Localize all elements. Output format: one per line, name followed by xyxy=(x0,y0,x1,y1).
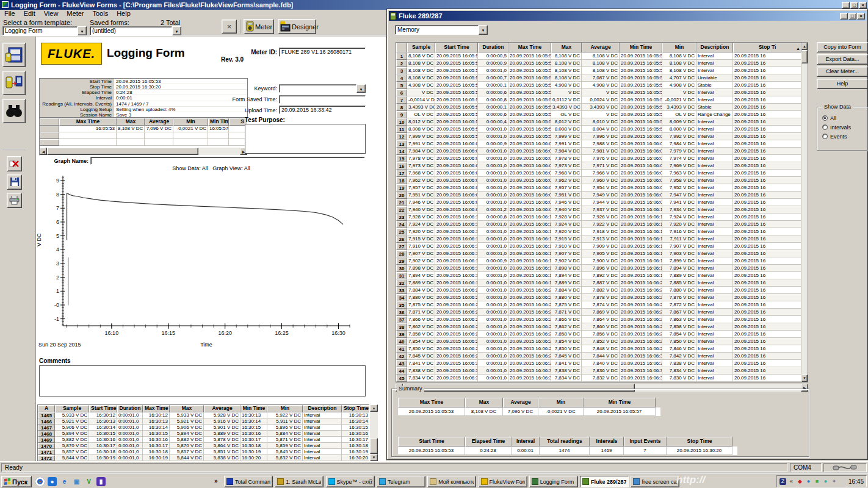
table-row[interactable]: 407,854 V DC20.09.2015 16:06:270:00:01,0… xyxy=(396,338,801,345)
chevron-down-icon[interactable] xyxy=(479,25,488,35)
scroll-track[interactable] xyxy=(801,63,808,375)
radio-all[interactable]: All xyxy=(817,113,867,123)
table-row[interactable]: 147,984 V DC20.09.2015 16:06:010:00:01,0… xyxy=(396,148,801,155)
tray-icon-3[interactable]: ● xyxy=(805,478,812,485)
table-row[interactable]: 277,910 V DC20.09.2015 16:06:140:00:01,0… xyxy=(396,243,801,250)
table-row[interactable]: 14685,894 V DC16:30:150:00:01,016:30:155… xyxy=(38,431,369,437)
overflow-chevron-icon[interactable]: » xyxy=(214,478,218,484)
restore-button[interactable]: □ xyxy=(850,2,858,9)
table-row[interactable]: 20.09.2015 16:05:538,108 V DC7,096 V DC-… xyxy=(398,407,660,416)
close-button[interactable]: × xyxy=(859,2,867,9)
keyword-select[interactable] xyxy=(279,84,366,93)
delete-form-button[interactable]: × xyxy=(222,20,237,34)
task-button[interactable]: Мой компьютер xyxy=(427,476,476,487)
table-row[interactable]: 28,108 V DC20.09.2015 16:05:530:00:00,92… xyxy=(396,60,801,67)
table-row[interactable]: 14705,870 V DC16:30:170:00:01,016:30:175… xyxy=(38,443,369,449)
scroll-track[interactable] xyxy=(370,412,378,438)
menu-file[interactable]: File xyxy=(0,10,20,18)
tray-icon-1[interactable]: Z xyxy=(779,478,786,485)
table-row[interactable]: 14665,921 V DC16:30:130:00:01,016:30:135… xyxy=(38,418,369,425)
column-header[interactable]: Start Time xyxy=(398,437,465,447)
column-header[interactable]: Max xyxy=(170,405,204,412)
vertical-scrollbar[interactable]: ▲▼ xyxy=(370,404,378,461)
column-header[interactable]: Stop Time xyxy=(342,405,369,412)
scroll-down-button[interactable]: ▼ xyxy=(801,375,808,382)
designer-button[interactable]: Designer xyxy=(278,19,316,34)
chevron-down-icon[interactable] xyxy=(172,26,181,35)
search-button[interactable] xyxy=(2,99,26,123)
help-button[interactable]: Help xyxy=(817,79,868,89)
table-row[interactable]: 287,907 V DC20.09.2015 16:06:150:00:01,0… xyxy=(396,250,801,257)
table-row[interactable]: 377,866 V DC20.09.2015 16:06:240:00:01,0… xyxy=(396,316,801,323)
column-header[interactable]: Duration xyxy=(117,405,143,412)
column-header[interactable]: Start Time xyxy=(89,405,117,412)
table-row[interactable]: 118,008 V DC20.09.2015 16:05:580:00:01,0… xyxy=(396,126,801,133)
table-row[interactable]: 38,108 V DC20.09.2015 16:05:540:00:01,02… xyxy=(396,67,801,74)
table-row[interactable]: 317,894 V DC20.09.2015 16:06:180:00:01,0… xyxy=(396,272,801,279)
table-row[interactable]: 6V DC20.09.2015 16:05:560:00:00,620.09.2… xyxy=(396,89,801,96)
form-saved-time-field[interactable] xyxy=(279,95,366,104)
table-row[interactable]: 217,946 V DC20.09.2015 16:06:080:00:01,0… xyxy=(396,199,801,206)
test-purpose-field[interactable] xyxy=(245,124,366,154)
meter-button[interactable]: Meter xyxy=(244,19,274,34)
column-header[interactable]: Max xyxy=(117,118,145,126)
task-button[interactable]: Logging Form - FlukeVie... xyxy=(529,476,578,487)
table-row[interactable]: 14695,882 V DC16:30:160:00:01,016:30:165… xyxy=(38,437,369,443)
start-button[interactable]: Пуск xyxy=(1,476,32,487)
column-header[interactable]: Stop Ti▲ xyxy=(733,43,801,52)
app-icon[interactable]: ▣ xyxy=(72,477,81,486)
table-row[interactable]: 54,908 V DC20.09.2015 16:05:560:00:00,12… xyxy=(396,82,801,89)
column-header[interactable]: A xyxy=(38,405,55,412)
chevron-down-icon[interactable] xyxy=(356,84,366,93)
column-header[interactable]: Elapsed Time xyxy=(465,437,512,447)
table-row[interactable]: 297,902 V DC20.09.2015 16:06:160:00:00,9… xyxy=(396,257,801,265)
scroll-up-button[interactable]: ▲ xyxy=(801,43,808,50)
table-row[interactable]: 167,973 V DC20.09.2015 16:06:030:00:01,0… xyxy=(396,162,801,170)
scroll-thumb[interactable] xyxy=(801,50,808,63)
table-row[interactable]: 14715,857 V DC16:30:180:00:01,016:30:185… xyxy=(38,449,369,455)
delete-button[interactable] xyxy=(7,156,22,171)
task-button[interactable]: free screen capture tool ... xyxy=(631,476,679,487)
scroll-left-button[interactable]: ◀ xyxy=(40,148,47,155)
task-button[interactable]: Total Commander 8.51a ... xyxy=(224,476,273,487)
column-header[interactable]: Total readings xyxy=(540,437,590,447)
table-row[interactable]: 357,875 V DC20.09.2015 16:06:220:00:01,0… xyxy=(396,301,801,309)
upload-time-field[interactable]: 20.09.2015 16:33:42 xyxy=(279,106,366,114)
scroll-thumb[interactable] xyxy=(47,148,198,155)
column-header[interactable]: Description xyxy=(303,405,342,412)
tray-collapse-icon[interactable]: « xyxy=(788,478,795,485)
meter-window-title-bar[interactable]: Fluke 289/287 _ □ × xyxy=(389,11,866,21)
column-header[interactable] xyxy=(396,43,407,52)
new-form-button[interactable] xyxy=(2,43,26,67)
menu-meter[interactable]: Meter xyxy=(62,10,88,18)
column-header[interactable]: Max xyxy=(465,398,503,407)
column-header[interactable]: Max Time xyxy=(508,43,551,52)
table-row[interactable]: 257,920 V DC20.09.2015 16:06:120:00:01,0… xyxy=(396,228,801,235)
table-row[interactable]: 237,928 V DC20.09.2015 16:06:100:00:00,8… xyxy=(396,214,801,221)
table-row[interactable]: 387,862 V DC20.09.2015 16:06:250:00:01,0… xyxy=(396,323,801,331)
table-row[interactable]: 437,841 V DC20.09.2015 16:06:300:00:01,0… xyxy=(396,360,801,367)
scroll-down-button[interactable]: ▼ xyxy=(370,454,378,461)
radio-events[interactable]: Events xyxy=(817,132,867,141)
table-row[interactable]: 447,838 V DC20.09.2015 16:06:310:00:01,0… xyxy=(396,367,801,375)
column-header[interactable]: Description xyxy=(696,43,733,52)
column-header[interactable]: Min xyxy=(662,43,696,52)
task-button[interactable]: Telegram xyxy=(377,476,425,487)
table-row[interactable]: 177,968 V DC20.09.2015 16:06:040:00:01,0… xyxy=(396,170,801,177)
table-row[interactable]: 137,991 V DC20.09.2015 16:06:000:00:00,9… xyxy=(396,140,801,148)
table-row[interactable]: 157,978 V DC20.09.2015 16:06:020:00:01,0… xyxy=(396,155,801,162)
column-header[interactable]: Min Time xyxy=(241,405,267,412)
task-button[interactable]: Fluke 289/287 xyxy=(580,476,629,487)
table-row[interactable]: 14675,906 V DC16:30:140:00:01,016:30:145… xyxy=(38,425,369,431)
column-header[interactable]: Stop Time xyxy=(667,437,732,447)
menu-tools[interactable]: Tools xyxy=(88,10,112,18)
table-row[interactable]: 267,915 V DC20.09.2015 16:06:130:00:01,0… xyxy=(396,235,801,243)
voltage-graph[interactable]: 987654321-0-116:1016:1516:2016:2516:30 xyxy=(48,172,353,340)
column-header[interactable]: Average xyxy=(204,405,241,412)
column-header[interactable]: Sample xyxy=(407,43,435,52)
table-row[interactable]: 7-0,0014 V DC20.09.2015 16:05:560:00:00,… xyxy=(396,96,801,104)
saved-forms-select[interactable]: (untitled) xyxy=(90,26,181,35)
table-row[interactable] xyxy=(40,132,248,139)
floppy-icon[interactable]: ▮ xyxy=(96,477,106,486)
column-header[interactable]: Max Time xyxy=(143,405,170,412)
